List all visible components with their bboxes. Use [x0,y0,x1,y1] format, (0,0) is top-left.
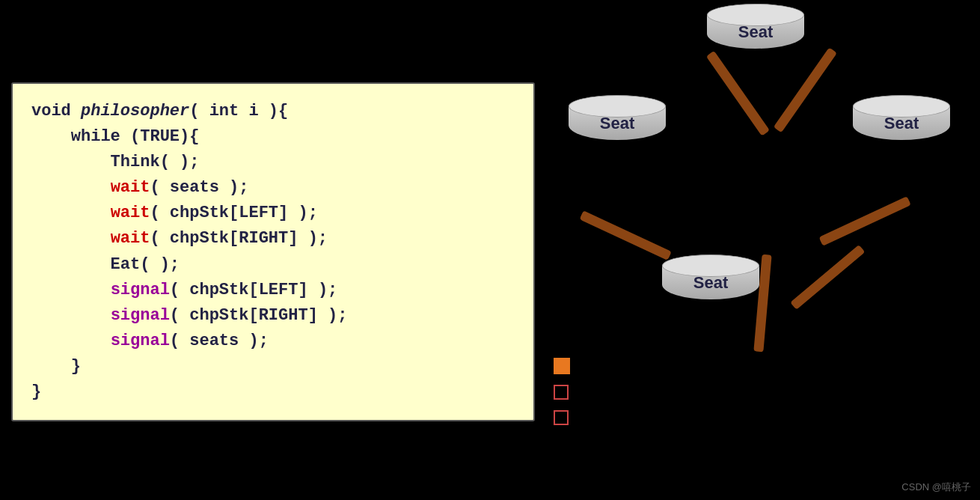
code-line-4: wait( seats ); [31,175,515,201]
chopstick-3 [580,210,672,260]
seat-top: Seat [707,4,804,49]
seat-top-label: Seat [738,22,773,42]
legend-filled-icon [554,358,570,374]
seat-bottom: Seat [662,254,759,299]
chopstick-6 [790,245,865,310]
legend-item-3 [554,410,570,425]
chopsticks-svg [546,0,980,500]
code-line-6: wait( chpStk[RIGHT] ); [31,226,515,251]
seat-left-label: Seat [600,114,634,133]
seat-left: Seat [569,95,666,140]
code-line-10: signal( seats ); [31,329,515,354]
code-line-1: void philosopher( int i ){ [31,99,515,124]
watermark: CSDN @嘻桃子 [901,481,971,494]
seat-bottom-label: Seat [693,273,728,293]
legend-outline-icon-1 [554,385,569,400]
legend-item-2 [554,385,570,400]
code-line-8: signal( chpStk[LEFT] ); [31,278,515,303]
chopstick-2 [774,47,837,132]
code-line-3: Think( ); [31,150,515,175]
code-line-11: } [31,354,515,379]
chopstick-4 [819,196,911,246]
chopstick-1 [706,51,770,136]
seat-right: Seat [853,95,950,140]
legend-outline-icon-2 [554,410,569,425]
seat-right-label: Seat [884,114,919,133]
code-line-9: signal( chpStk[RIGHT] ); [31,303,515,329]
code-line-5: wait( chpStk[LEFT] ); [31,201,515,226]
code-panel: void philosopher( int i ){ while (TRUE){… [11,82,535,421]
code-line-12: } [31,379,515,405]
code-line-2: while (TRUE){ [31,124,515,150]
legend-item-1 [554,358,570,374]
diagram: Seat Seat Seat Seat [546,0,980,500]
code-line-7: Eat( ); [31,252,515,278]
legend [554,358,570,425]
